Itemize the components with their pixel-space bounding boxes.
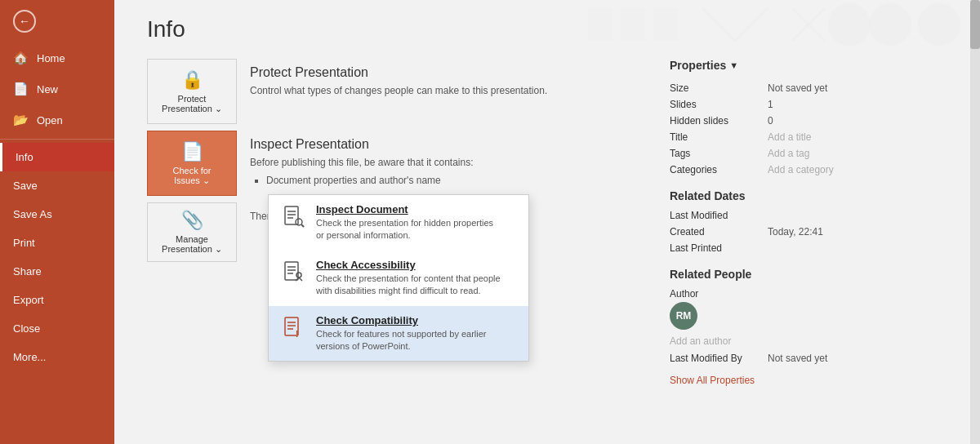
props-label-slides: Slides (670, 99, 768, 110)
dropdown-item-inspect-text: Inspect Document Check the presentation … (316, 203, 493, 242)
props-row-size: Size Not saved yet (670, 80, 947, 96)
sidebar-item-save[interactable]: Save (0, 171, 114, 200)
sidebar-item-export[interactable]: Export (0, 286, 114, 314)
related-people-title: Related People (670, 268, 947, 281)
sidebar-item-saveas-label: Save As (13, 208, 52, 220)
add-author-link[interactable]: Add an author (670, 335, 731, 347)
protect-card: 🔒 ProtectPresentation ⌄ Protect Presenta… (147, 59, 637, 124)
sidebar-item-home[interactable]: 🏠 Home (0, 42, 114, 73)
props-value-tags[interactable]: Add a tag (768, 148, 809, 159)
inspect-title: Inspect Presentation (250, 137, 624, 152)
props-label-last-modified-by: Last Modified By (670, 353, 768, 364)
protect-desc: Control what types of changes people can… (250, 83, 624, 98)
new-icon: 📄 (13, 82, 29, 96)
dropdown-menu: Inspect Document Check the presentation … (268, 194, 529, 362)
sidebar-item-info-label: Info (16, 151, 33, 163)
props-value-title[interactable]: Add a title (768, 131, 811, 143)
properties-panel: Properties ▼ Size Not saved yet Slides 1… (670, 59, 947, 386)
back-icon: ← (13, 10, 36, 33)
svg-line-13 (301, 224, 304, 227)
sidebar-item-new-label: New (37, 83, 58, 95)
props-label-size: Size (670, 82, 768, 94)
scrollbar[interactable] (970, 0, 980, 444)
props-label-author: Author (670, 288, 768, 300)
inspect-doc-svg (282, 205, 305, 228)
props-label-last-modified: Last Modified (670, 210, 768, 221)
sidebar-item-saveas[interactable]: Save As (0, 200, 114, 229)
protect-button[interactable]: 🔒 ProtectPresentation ⌄ (147, 59, 237, 124)
props-row-tags: Tags Add a tag (670, 145, 947, 162)
decorative-header (572, 0, 980, 49)
sidebar-item-print-label: Print (13, 237, 35, 249)
open-icon: 📂 (13, 113, 29, 127)
sidebar-item-new[interactable]: 📄 New (0, 73, 114, 104)
back-button[interactable]: ← (0, 0, 114, 42)
props-label-title: Title (670, 131, 768, 143)
avatar: RM (670, 302, 697, 330)
sidebar-item-print[interactable]: Print (0, 229, 114, 257)
check-issues-label: Check forIssues ⌄ (172, 166, 211, 186)
manage-icon: 📎 (181, 210, 203, 231)
info-layout: 🔒 ProtectPresentation ⌄ Protect Presenta… (147, 59, 947, 386)
related-dates-title: Related Dates (670, 189, 947, 202)
accessibility-svg (282, 260, 305, 283)
props-value-last-modified-by: Not saved yet (768, 353, 827, 364)
sidebar-item-info[interactable]: Info (0, 143, 114, 171)
svg-rect-5 (653, 8, 678, 41)
check-issues-button[interactable]: 📄 Check forIssues ⌄ (147, 131, 237, 196)
check-compatibility-title: Check Compatibility (316, 314, 487, 326)
props-row-title: Title Add a title (670, 129, 947, 145)
props-label-hidden-slides: Hidden slides (670, 115, 768, 127)
props-row-last-modified: Last Modified (670, 207, 947, 224)
manage-button[interactable]: 📎 ManagePresentation ⌄ (147, 202, 237, 262)
svg-rect-4 (621, 8, 645, 41)
props-row-slides: Slides 1 (670, 96, 947, 113)
check-accessibility-title: Check Accessibility (316, 259, 501, 271)
dropdown-item-accessibility-text: Check Accessibility Check the presentati… (316, 259, 501, 298)
check-compatibility-desc: Check for features not supported by earl… (316, 328, 487, 353)
inspect-document-title: Inspect Document (316, 203, 493, 215)
props-row-author: Author (670, 286, 947, 302)
protect-button-label: ProtectPresentation ⌄ (162, 94, 222, 114)
svg-rect-3 (588, 8, 612, 41)
main-content: Info 🔒 ProtectPresentation ⌄ Protect Pre… (114, 0, 980, 444)
sidebar-item-more[interactable]: More... (0, 343, 114, 371)
content-area: Info 🔒 ProtectPresentation ⌄ Protect Pre… (114, 0, 980, 402)
protect-icon: 🔒 (181, 69, 203, 91)
scrollbar-thumb[interactable] (970, 0, 980, 49)
properties-chevron: ▼ (729, 60, 738, 70)
inspect-card: 📄 Check forIssues ⌄ Inspect Presentation… (147, 131, 637, 196)
props-value-slides: 1 (768, 99, 773, 110)
home-icon: 🏠 (13, 51, 29, 65)
svg-point-0 (828, 3, 871, 46)
svg-point-1 (869, 3, 911, 46)
props-value-categories[interactable]: Add a category (768, 164, 834, 175)
protect-title: Protect Presentation (250, 65, 624, 80)
dropdown-item-inspect[interactable]: Inspect Document Check the presentation … (269, 195, 528, 251)
check-compatibility-icon: ! (280, 314, 306, 340)
inspect-document-icon (280, 203, 306, 229)
check-accessibility-icon (280, 259, 306, 285)
dropdown-item-compatibility[interactable]: ! Check Compatibility Check for features… (269, 306, 528, 362)
properties-title: Properties (670, 59, 726, 72)
sidebar: ← 🏠 Home 📄 New 📂 Open Info Save Save As … (0, 0, 114, 444)
properties-header: Properties ▼ (670, 59, 947, 72)
sidebar-item-open[interactable]: 📂 Open (0, 104, 114, 135)
sidebar-item-close[interactable]: Close (0, 314, 114, 343)
props-row-last-printed: Last Printed (670, 240, 947, 256)
sidebar-item-share[interactable]: Share (0, 257, 114, 286)
props-label-created: Created (670, 226, 768, 238)
sidebar-item-open-label: Open (37, 114, 63, 127)
sidebar-divider (0, 139, 114, 140)
props-value-hidden-slides: 0 (768, 115, 773, 127)
props-value-size: Not saved yet (768, 82, 827, 94)
sidebar-item-share-label: Share (13, 265, 42, 278)
show-all-properties-link[interactable]: Show All Properties (670, 375, 755, 386)
dropdown-item-accessibility[interactable]: Check Accessibility Check the presentati… (269, 251, 528, 306)
sidebar-item-export-label: Export (13, 294, 44, 306)
author-row: RM (670, 302, 947, 330)
inspect-document-desc: Check the presentation for hidden proper… (316, 217, 493, 242)
svg-text:!: ! (296, 330, 298, 339)
sidebar-item-close-label: Close (13, 322, 40, 335)
svg-point-12 (296, 219, 302, 225)
